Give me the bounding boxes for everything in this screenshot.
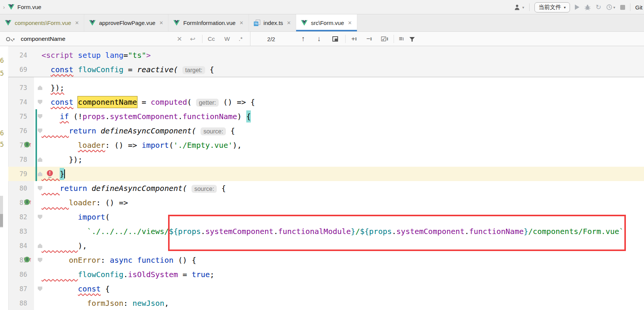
whole-words-toggle[interactable]: W	[224, 32, 230, 46]
editor-tab[interactable]: approveFlowPage.vue✕	[84, 14, 168, 31]
code-line: 24<script setup lang="ts">	[8, 48, 644, 62]
open-in-find-window-button[interactable]	[332, 32, 338, 46]
highlight-results-button[interactable]: ≡I	[399, 32, 403, 46]
tab-close-icon[interactable]: ✕	[75, 20, 79, 26]
code-line: 78 });	[8, 152, 644, 167]
ide-window: › Form.vue ▾ 当前文件 ▾ ↻ ▾	[0, 0, 644, 310]
user-account-button[interactable]: ▾	[514, 4, 524, 10]
toolbar-separator	[529, 3, 530, 11]
vue-icon	[89, 20, 96, 26]
code-text: });	[42, 81, 64, 95]
line-number: 75	[8, 109, 27, 124]
inlay-hint: source:	[201, 127, 225, 135]
code-line: 76 return defineAsyncComponent( source: …	[8, 124, 644, 138]
line-number: 69	[8, 62, 27, 77]
user-icon	[514, 4, 521, 10]
editor-tab[interactable]: TSindex.ts✕	[249, 14, 297, 31]
find-window-icon	[332, 36, 338, 42]
debug-button[interactable]	[584, 4, 591, 10]
previous-occurrence-button[interactable]: ↑	[301, 32, 305, 46]
code-text: const {	[42, 282, 110, 296]
code-line: 79! }	[8, 167, 644, 181]
regex-toggle[interactable]: .*	[239, 32, 242, 46]
line-number: 87	[8, 282, 27, 296]
tab-close-icon[interactable]: ✕	[159, 20, 163, 26]
find-bar: ▾ componentName ✕ ↩ Cc W .* 2/2 ↑ ↓ +II …	[0, 32, 644, 46]
line-number: 76	[8, 124, 27, 138]
code-text: onError: async function () {	[42, 253, 196, 267]
code-line: 88 formJson: newJson,	[8, 296, 644, 310]
inlay-hint: target:	[182, 66, 205, 74]
code-line: 81I↑ loader: () =>	[8, 195, 644, 210]
vue-icon	[173, 20, 180, 26]
newline-icon[interactable]: ↩	[190, 32, 195, 46]
filter-button[interactable]	[409, 32, 415, 46]
coverage-icon: ↻	[596, 4, 601, 10]
chevron-down-icon: ▾	[522, 5, 524, 9]
play-icon	[575, 5, 579, 10]
editor-tab[interactable]: components\Form.vue✕	[0, 14, 84, 31]
inlay-hint: source:	[192, 185, 216, 193]
separator	[345, 35, 346, 43]
code-line: 69 const flowConfig = reactive( target: …	[8, 62, 644, 77]
code-text: }	[42, 167, 65, 181]
clipped-text-artifact: 5	[0, 70, 5, 77]
inlay-hint: getter:	[196, 99, 218, 107]
gutter-marker-icon[interactable]: I↑	[24, 142, 32, 147]
code-lines: 73 });74 const componentName = computed(…	[8, 81, 644, 310]
gutter-marker-icon[interactable]: I↑	[24, 257, 32, 262]
code-text: import(	[42, 210, 110, 224]
code-text: ),	[42, 239, 87, 253]
match-case-toggle[interactable]: Cc	[208, 32, 215, 46]
window-title: Form.vue	[17, 4, 41, 10]
text-caret	[64, 169, 65, 178]
tab-label: src\Form.vue	[311, 20, 344, 26]
separator	[394, 35, 394, 43]
code-line: 74 const componentName = computed( gette…	[8, 95, 644, 109]
clear-search-icon[interactable]: ✕	[177, 32, 182, 46]
add-occurrence-button[interactable]: +II	[351, 32, 357, 46]
code-text: });	[42, 152, 82, 167]
editor-tab[interactable]: src\Form.vue✕	[296, 14, 357, 31]
code-line: 80 return defineAsyncComponent( source: …	[8, 181, 644, 195]
line-number: 82	[8, 210, 27, 224]
tab-label: FormInformation.vue	[183, 20, 235, 26]
clipped-scrollbar-artifact	[0, 196, 3, 228]
tab-close-icon[interactable]: ✕	[287, 20, 291, 26]
typescript-icon: TS	[254, 20, 260, 26]
profiler-button[interactable]: ▾	[606, 4, 615, 10]
editor-tab[interactable]: FormInformation.vue✕	[168, 14, 249, 31]
vue-icon	[8, 4, 14, 10]
run-button[interactable]	[575, 5, 579, 10]
line-number: 88	[8, 296, 27, 310]
code-text: formJson: newJson,	[42, 296, 169, 310]
run-with-coverage-button[interactable]: ↻	[596, 4, 601, 10]
chevron-down-icon: ▾	[13, 37, 15, 41]
annotation-rectangle	[168, 215, 626, 251]
tab-close-icon[interactable]: ✕	[348, 20, 352, 26]
code-line: 86 flowConfig.isOldSystem = true;	[8, 267, 644, 282]
tab-close-icon[interactable]: ✕	[239, 20, 244, 26]
vue-icon	[5, 20, 11, 26]
editor-tab-bar: components\Form.vue✕approveFlowPage.vue✕…	[0, 14, 644, 32]
clipped-text-artifact: 6	[0, 129, 5, 137]
clipped-text-artifact: 6	[0, 57, 5, 64]
run-configuration-dropdown[interactable]: 当前文件 ▾	[534, 2, 570, 12]
select-all-occurrences-button[interactable]: ☑II	[381, 32, 388, 46]
git-widget[interactable]: Git	[635, 4, 642, 11]
code-text: const componentName = computed( getter: …	[42, 95, 255, 109]
gutter-marker-icon[interactable]: I↑	[24, 199, 32, 205]
search-input[interactable]: componentName	[21, 32, 65, 46]
code-editor[interactable]: 24<script setup lang="ts">69 const flowC…	[0, 46, 644, 310]
next-occurrence-button[interactable]: ↓	[317, 32, 321, 46]
search-icon[interactable]: ▾	[6, 32, 20, 46]
code-line: 75 if (!props.systemComponent.functionNa…	[8, 109, 644, 124]
vcs-change-bar[interactable]	[36, 109, 37, 181]
separator	[250, 32, 250, 46]
search-match-highlight: componentName	[78, 96, 137, 108]
filter-funnel-icon	[409, 37, 415, 42]
remove-occurrence-button[interactable]: −II	[366, 32, 372, 46]
stop-icon	[620, 5, 625, 10]
stop-button[interactable]	[620, 5, 625, 10]
code-text: flowConfig.isOldSystem = true;	[42, 267, 215, 282]
